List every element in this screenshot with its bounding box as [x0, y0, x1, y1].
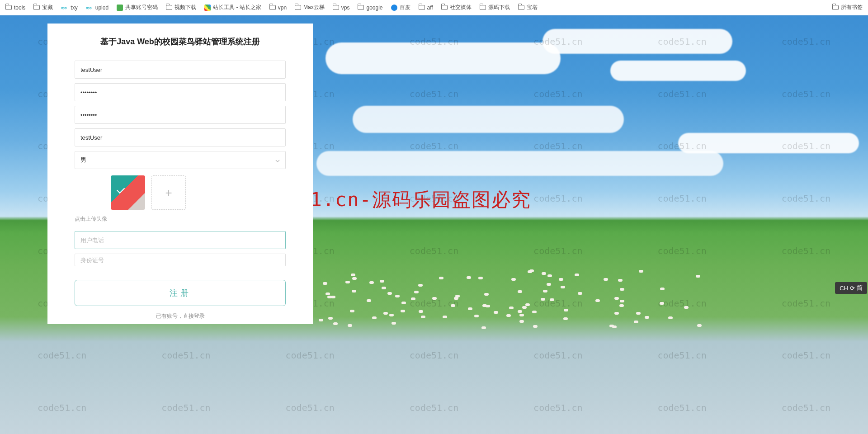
gender-select[interactable]: 男	[75, 151, 286, 169]
username-input[interactable]	[75, 61, 286, 79]
sheep-decoration	[380, 280, 384, 283]
bookmark-item[interactable]: vpn	[269, 5, 287, 11]
sheep-decoration	[467, 276, 471, 279]
sheep-decoration	[352, 290, 356, 292]
sheep-decoration	[481, 326, 486, 329]
sheep-decoration	[660, 302, 664, 305]
watermark-text: code51.cn	[372, 330, 496, 382]
login-link[interactable]: 已有账号，直接登录	[75, 312, 286, 320]
folder-icon	[832, 5, 839, 10]
sheep-decoration	[634, 321, 638, 323]
sheep-decoration	[563, 317, 568, 320]
bookmark-item[interactable]: txy	[61, 5, 77, 11]
sheep-decoration	[684, 306, 689, 309]
sheep-decoration	[547, 274, 552, 277]
sheep-decoration	[511, 278, 516, 281]
bookmark-label: aff	[427, 5, 433, 11]
bookmark-item[interactable]: 宝塔	[518, 4, 538, 11]
cloud-decoration	[610, 61, 746, 81]
password-confirm-input[interactable]	[75, 106, 286, 124]
sheep-decoration	[604, 278, 608, 281]
watermark-text: code51.cn	[620, 277, 744, 330]
all-bookmarks[interactable]: 所有书签	[832, 4, 863, 11]
sheep-decoration	[519, 314, 524, 316]
sheep-decoration	[418, 284, 423, 287]
bookmark-label: 宝塔	[527, 4, 538, 11]
bookmark-item[interactable]: tools	[5, 5, 25, 11]
cloud-decoration	[316, 151, 723, 176]
sheep-decoration	[697, 324, 702, 327]
upload-add-button[interactable]: +	[151, 175, 186, 210]
bookmark-label: 站长工具 - 站长之家	[213, 4, 261, 11]
watermark-text: code51.cn	[620, 330, 744, 382]
cloud-decoration	[542, 29, 732, 54]
sheep-decoration	[451, 304, 455, 307]
bookmark-item[interactable]: 视频下载	[166, 4, 196, 11]
password-input[interactable]	[75, 83, 286, 101]
watermark-text: code51.cn	[620, 172, 744, 225]
watermark-text: code51.cn	[372, 225, 496, 277]
watermark-text: code51.cn	[372, 382, 496, 434]
sheep-decoration	[401, 310, 405, 312]
sheep-decoration	[696, 275, 700, 278]
bookmark-item[interactable]: aff	[419, 5, 433, 11]
folder-icon	[358, 5, 364, 10]
sheep-decoration	[439, 277, 443, 279]
bookmark-item[interactable]: google	[358, 5, 382, 11]
idcard-input[interactable]	[75, 254, 286, 266]
sheep-decoration	[506, 314, 511, 317]
watermark-text: code51.cn	[744, 330, 868, 382]
watermark-text: code51.cn	[0, 330, 124, 382]
bookmark-item[interactable]: 站长工具 - 站长之家	[204, 4, 261, 11]
sheep-decoration	[401, 302, 406, 304]
uploaded-avatar-thumb[interactable]	[111, 175, 145, 210]
sheep-decoration	[392, 322, 396, 325]
sheep-decoration	[432, 297, 437, 300]
watermark-text: code51.cn	[124, 382, 248, 434]
sheep-decoration	[575, 274, 579, 276]
sheep-decoration	[614, 297, 619, 300]
sheep-decoration	[578, 292, 582, 295]
sheep-decoration	[326, 292, 330, 295]
watermark-text: code51.cn	[0, 382, 124, 434]
sheep-decoration	[636, 312, 641, 315]
bookmark-label: uplod	[95, 5, 108, 11]
sheep-decoration	[494, 311, 498, 314]
sheep-decoration	[382, 287, 386, 289]
sheep-decoration	[550, 298, 554, 301]
register-panel: 基于Java Web的校园菜鸟驿站管理系统注册 男 + 点击上传头像 注册 已有…	[47, 24, 313, 324]
sheep-decoration	[345, 281, 350, 283]
watermark-text: code51.cn	[496, 225, 620, 277]
sheep-decoration	[414, 291, 419, 293]
ime-indicator[interactable]: CH ⟳ 简	[835, 282, 867, 294]
bookmark-item[interactable]: vps	[333, 5, 350, 11]
phone-input[interactable]	[75, 231, 286, 249]
bookmark-item[interactable]: 百度	[391, 4, 410, 11]
sheep-decoration	[618, 279, 623, 282]
bookmark-item[interactable]: uplod	[86, 5, 108, 11]
bookmark-item[interactable]: 社交媒体	[441, 4, 472, 11]
sheep-decoration	[518, 290, 522, 293]
bookmark-item[interactable]: Max云梯	[295, 4, 325, 11]
bookmark-item[interactable]: 源码下载	[480, 4, 510, 11]
nickname-input[interactable]	[75, 128, 286, 146]
watermark-text: code51.cn	[372, 277, 496, 330]
sheep-decoration	[542, 272, 546, 275]
folder-icon	[295, 5, 301, 10]
watermark-text: code51.cn	[124, 330, 248, 382]
register-button[interactable]: 注册	[75, 280, 286, 306]
sheep-decoration	[484, 293, 489, 296]
avatar-upload-row: +	[111, 175, 286, 210]
infinity-icon	[61, 5, 68, 10]
bookmark-item[interactable]: 宝藏	[33, 4, 53, 11]
sheep-decoration	[660, 288, 665, 290]
sheep-decoration	[522, 306, 527, 309]
watermark-text: code51.cn	[496, 277, 620, 330]
sheep-decoration	[419, 310, 423, 313]
bookmark-label: 共享账号密码	[125, 4, 158, 11]
bookmark-item[interactable]: 共享账号密码	[117, 4, 158, 11]
favicon-icon	[117, 5, 123, 11]
sheep-decoration	[478, 277, 483, 279]
folder-icon	[480, 5, 486, 10]
sheep-decoration	[645, 316, 649, 319]
